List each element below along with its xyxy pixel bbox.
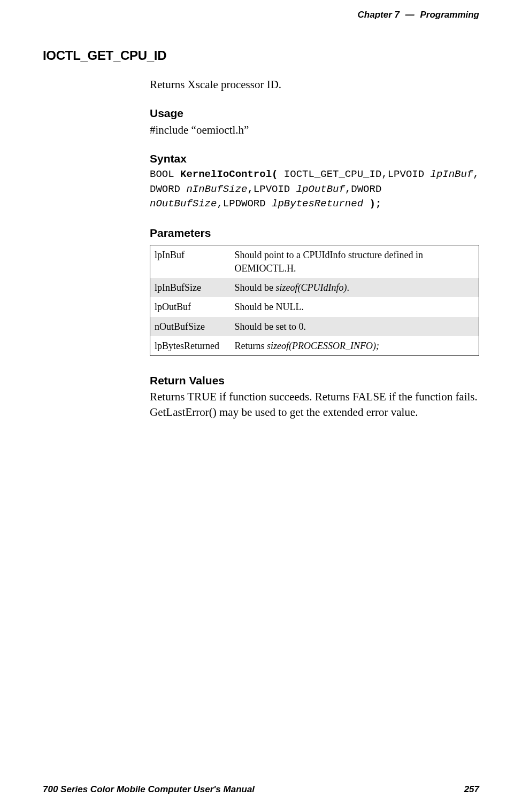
syntax-token: lpBytesReturned bbox=[272, 198, 363, 210]
table-row: lpInBufSize Should be sizeof(CPUIdInfo). bbox=[150, 278, 479, 297]
param-name: lpInBuf bbox=[150, 245, 231, 278]
page-footer: 700 Series Color Mobile Computer User's … bbox=[43, 784, 479, 795]
intro-text: Returns Xscale processor ID. bbox=[150, 77, 479, 92]
return-values-body: Returns TRUE if function succeeds. Retur… bbox=[150, 389, 479, 420]
section-title: IOCTL_GET_CPU_ID bbox=[43, 48, 479, 63]
syntax-token: ); bbox=[363, 198, 381, 210]
syntax-token: ,DWORD bbox=[345, 183, 381, 195]
syntax-token: lpInBuf bbox=[431, 168, 473, 180]
syntax-token: ,LPVOID bbox=[247, 183, 296, 195]
page-number: 257 bbox=[464, 784, 479, 795]
chapter-title: Programming bbox=[420, 10, 479, 20]
chapter-label: Chapter bbox=[358, 10, 392, 20]
param-name: nOutBufSize bbox=[150, 317, 231, 336]
param-desc: Should be NULL. bbox=[231, 297, 479, 316]
content-column: Returns Xscale processor ID. Usage #incl… bbox=[150, 77, 479, 420]
table-row: nOutBufSize Should be set to 0. bbox=[150, 317, 479, 336]
header-separator: — bbox=[405, 10, 414, 20]
syntax-token: lpOutBuf bbox=[296, 183, 345, 195]
table-row: lpOutBuf Should be NULL. bbox=[150, 297, 479, 316]
param-desc: Should be set to 0. bbox=[231, 317, 479, 336]
running-header: Chapter 7 — Programming bbox=[358, 10, 479, 20]
parameters-table: lpInBuf Should point to a CPUIdInfo stru… bbox=[150, 245, 479, 356]
usage-heading: Usage bbox=[150, 106, 479, 121]
param-desc: Should point to a CPUIdInfo structure de… bbox=[231, 245, 479, 278]
param-desc: Returns sizeof(PROCESSOR_INFO); bbox=[231, 336, 479, 356]
manual-title: 700 Series Color Mobile Computer User's … bbox=[43, 784, 255, 795]
param-desc: Should be sizeof(CPUIdInfo). bbox=[231, 278, 479, 297]
syntax-token: ,LPDWORD bbox=[217, 198, 272, 210]
table-row: lpBytesReturned Returns sizeof(PROCESSOR… bbox=[150, 336, 479, 356]
parameters-heading: Parameters bbox=[150, 226, 479, 241]
syntax-token: nInBufSize bbox=[186, 183, 247, 195]
usage-text: #include “oemioctl.h” bbox=[150, 122, 479, 137]
syntax-token: BOOL bbox=[150, 168, 180, 180]
syntax-code: BOOL KernelIoControl( IOCTL_GET_CPU_ID,L… bbox=[150, 167, 479, 212]
return-values-heading: Return Values bbox=[150, 373, 479, 388]
chapter-number: 7 bbox=[395, 10, 400, 20]
syntax-token: nOutBufSize bbox=[150, 198, 217, 210]
param-name: lpInBufSize bbox=[150, 278, 231, 297]
page: Chapter 7 — Programming IOCTL_GET_CPU_ID… bbox=[0, 0, 522, 812]
param-name: lpBytesReturned bbox=[150, 336, 231, 356]
syntax-token: IOCTL_GET_CPU_ID,LPVOID bbox=[278, 168, 430, 180]
param-name: lpOutBuf bbox=[150, 297, 231, 316]
table-row: lpInBuf Should point to a CPUIdInfo stru… bbox=[150, 245, 479, 278]
syntax-token: KernelIoControl( bbox=[180, 168, 278, 180]
syntax-heading: Syntax bbox=[150, 151, 479, 166]
